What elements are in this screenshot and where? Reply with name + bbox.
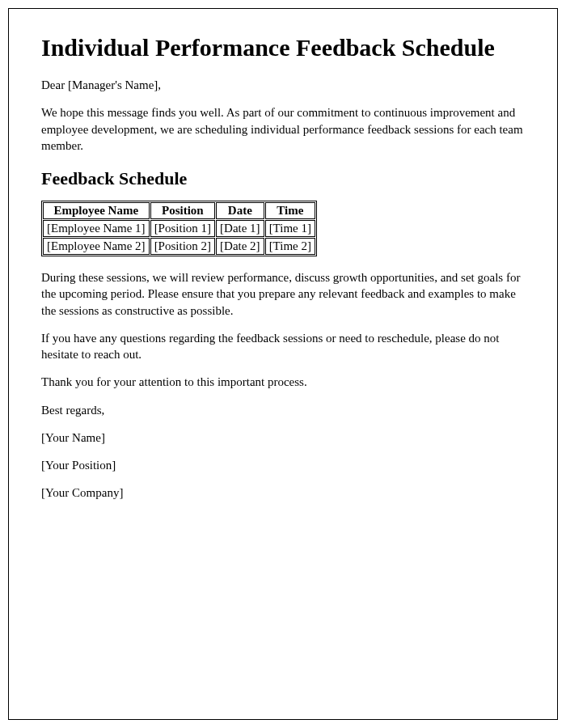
- signature-company: [Your Company]: [41, 485, 525, 501]
- cell-date: [Date 1]: [216, 220, 264, 237]
- page-container: Individual Performance Feedback Schedule…: [0, 0, 566, 728]
- cell-employee-name: [Employee Name 2]: [43, 238, 150, 255]
- table-header-employee: Employee Name: [43, 202, 150, 219]
- body-paragraph-1: During these sessions, we will review pe…: [41, 269, 525, 319]
- intro-paragraph: We hope this message finds you well. As …: [41, 104, 525, 154]
- document-frame: Individual Performance Feedback Schedule…: [8, 8, 558, 720]
- greeting-line: Dear [Manager's Name],: [41, 77, 525, 93]
- cell-position: [Position 1]: [150, 220, 215, 237]
- body-paragraph-2: If you have any questions regarding the …: [41, 330, 525, 363]
- cell-date: [Date 2]: [216, 238, 264, 255]
- table-header-row: Employee Name Position Date Time: [43, 202, 315, 219]
- table-row: [Employee Name 2] [Position 2] [Date 2] …: [43, 238, 315, 255]
- table-header-position: Position: [150, 202, 215, 219]
- signature-position: [Your Position]: [41, 457, 525, 473]
- table-header-date: Date: [216, 202, 264, 219]
- table-row: [Employee Name 1] [Position 1] [Date 1] …: [43, 220, 315, 237]
- schedule-heading: Feedback Schedule: [41, 168, 525, 189]
- cell-time: [Time 2]: [265, 238, 315, 255]
- page-title: Individual Performance Feedback Schedule: [41, 33, 525, 62]
- signature-name: [Your Name]: [41, 430, 525, 446]
- cell-position: [Position 2]: [150, 238, 215, 255]
- thanks-line: Thank you for your attention to this imp…: [41, 374, 525, 390]
- feedback-schedule-table: Employee Name Position Date Time [Employ…: [41, 201, 317, 256]
- cell-employee-name: [Employee Name 1]: [43, 220, 150, 237]
- cell-time: [Time 1]: [265, 220, 315, 237]
- closing-line: Best regards,: [41, 402, 525, 418]
- table-header-time: Time: [265, 202, 315, 219]
